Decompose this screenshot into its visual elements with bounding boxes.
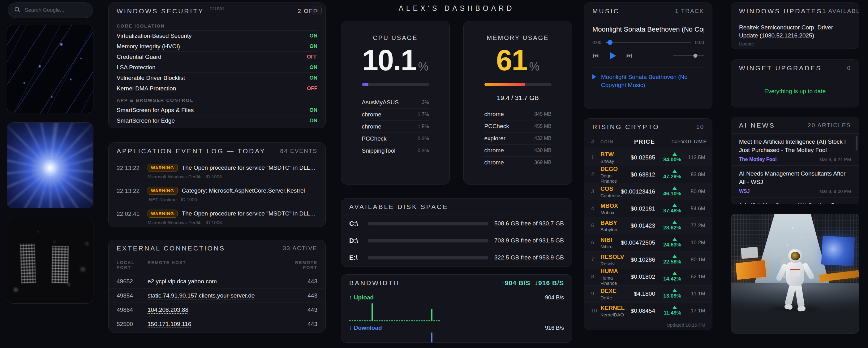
coin-change: 13.09% [663, 293, 681, 299]
remote-port: 443 [289, 278, 317, 285]
coin-symbol: RESOLV [600, 254, 619, 260]
crypto-table-body: 1 BTWBitway $0.02585 84.00% 112.5M 2 DEG… [584, 149, 712, 319]
coin-symbol: COS [600, 185, 619, 192]
seek-slider[interactable] [606, 42, 691, 43]
crypto-row: 10 KERNELKernelDAO $0.08454 11.49% 17.1M [584, 302, 712, 319]
event-count-badge: 84 EVENTS [280, 148, 317, 154]
volume-slider[interactable] [673, 55, 704, 56]
wallpaper-city-bokeh-image [7, 218, 93, 304]
music-panel: MUSIC 1 TRACK Moonlight Sonata Beethoven… [584, 2, 712, 109]
coin-change: 24.63% [663, 242, 681, 248]
security-feature-state: OFF [307, 85, 317, 92]
trend-up-icon [673, 152, 677, 156]
news-article[interactable]: 1 Artificial Intelligence (AI) Stock to … [731, 197, 859, 204]
update-item[interactable]: Realtek Semiconductor Corp. Driver Updat… [731, 19, 859, 49]
current-track-title: Moonlight Sonata Beethoven (No Copyright… [592, 25, 704, 33]
process-name: AsusMyASUS [362, 99, 399, 106]
coin-volume: 80.1M [681, 257, 705, 263]
panel-title: BANDWIDTH [349, 279, 400, 287]
trend-up-icon [673, 255, 677, 258]
cpu-usage-value: 10.1 [362, 46, 416, 75]
billboard-orange [735, 260, 766, 280]
process-value: 369 MB [534, 160, 551, 165]
close-icon[interactable]: x [312, 6, 322, 15]
google-search-bar[interactable] [8, 2, 93, 18]
memory-usage-unit: % [529, 61, 539, 72]
process-row: chrome1.5% [362, 120, 429, 133]
coin-name: Huma Finance [600, 275, 619, 286]
security-row: Memory Integrity (HVCI) ON [117, 41, 317, 51]
coin-price: $0.10286 [619, 256, 655, 263]
city-tower [20, 243, 36, 283]
process-row: explorer432 MB [485, 132, 552, 144]
remote-host-link[interactable]: 104.208.203.88 [148, 307, 188, 313]
security-row: Virtualization-Based Security ON [117, 30, 317, 41]
city-tower [52, 246, 69, 283]
news-article[interactable]: AI Needs Management Consultants After Al… [731, 165, 859, 197]
coin-change: 47.29% [663, 174, 681, 180]
drive-label: E:\ [349, 254, 368, 261]
security-feature-name: LSA Protection [117, 64, 156, 71]
coin-rank: 3 [591, 188, 600, 195]
security-feature-name: Vulnerable Driver Blocklist [117, 75, 185, 81]
upload-value: 904 B/s [545, 294, 564, 301]
warning-badge: WARNING [148, 187, 178, 195]
cpu-usage-meter [362, 83, 429, 86]
search-input[interactable] [24, 7, 94, 13]
seek-thumb[interactable] [608, 40, 613, 45]
previous-track-icon[interactable] [592, 52, 599, 59]
connection-row: 49854 static.74.91.90.157.clients.your-s… [108, 288, 326, 302]
download-row: ↓ Download 916 B/s [341, 321, 572, 343]
coin-name: Nibiru [600, 244, 619, 249]
rising-crypto-panel: RISING CRYPTO 10 # COIN PRICE 24H VOLUME… [584, 118, 712, 330]
security-feature-name: Memory Integrity (HVCI) [117, 43, 180, 50]
security-feature-name: Virtualization-Based Security [117, 32, 192, 39]
remote-host-link[interactable]: e2.ycpi.vip.dca.yahoo.com [148, 278, 217, 285]
trend-up-icon [673, 203, 677, 207]
remote-host-link[interactable]: static.74.91.90.157.clients.your-server.… [148, 292, 255, 299]
drive-label: D:\ [349, 237, 368, 244]
search-icon [14, 6, 21, 14]
process-value: 430 MB [534, 148, 551, 153]
process-name: PCCheck [485, 123, 509, 130]
disk-row: E:\ 322.5 GB free of 953.9 GB [349, 249, 564, 266]
playlist-item[interactable]: Moonlight Sonata Beethoven (No Copyright… [592, 67, 704, 94]
local-port: 52500 [117, 321, 148, 327]
memory-usage-card: MEMORY USAGE 61 % 19.4 / 31.7 GB chrome8… [463, 21, 572, 184]
coin-volume: 11.1M [681, 291, 705, 297]
ai-news-panel: AI NEWS 20 ARTICLES Meet the Artificial … [731, 117, 859, 204]
upload-row: ↑ Upload 904 B/s [341, 291, 572, 321]
upload-sparkline [349, 302, 445, 321]
drive-usage-meter [368, 222, 489, 225]
panel-title: WINGET UPGRADES [739, 64, 822, 72]
coin-change: 84.00% [663, 157, 681, 163]
coin-name: Contentos [600, 193, 619, 198]
coin-volume: 77.2M [681, 223, 705, 229]
coin-symbol: HUMA [600, 268, 619, 274]
process-row: chrome845 MB [485, 108, 552, 120]
page-title: ALEX'S DASHBOARD [341, 4, 572, 13]
event-time: 22:13:22 [117, 187, 142, 202]
news-source: The Motley Fool [739, 157, 777, 162]
move-handle[interactable]: move [210, 5, 224, 12]
coin-volume: 54.6M [681, 206, 705, 212]
next-track-icon[interactable] [626, 52, 632, 59]
play-icon[interactable] [608, 51, 617, 60]
coin-volume: 62.1M [681, 274, 705, 280]
process-name: chrome [362, 111, 381, 118]
security-feature-state: OFF [307, 54, 317, 60]
scrollbar-thumb[interactable] [856, 136, 858, 150]
event-log-entry: 22:13:22 WARNING Category: Microsoft.Asp… [108, 182, 326, 205]
coin-rank: 6 [591, 240, 600, 246]
coin-price: $0.00472505 [619, 239, 655, 246]
event-meta: .NET Runtime · ID 1000 [148, 197, 317, 202]
news-article[interactable]: Meet the Artificial Intelligence (AI) St… [731, 134, 859, 165]
news-timestamp: Mar 8, 9:24 PM [819, 157, 851, 162]
process-row: chrome369 MB [485, 156, 552, 168]
remote-host-link[interactable]: 150.171.109.116 [148, 321, 191, 327]
news-article-title: Meet the Artificial Intelligence (AI) St… [739, 138, 851, 154]
volume-thumb[interactable] [693, 54, 698, 58]
process-name: explorer [485, 135, 506, 142]
process-row: chrome430 MB [485, 144, 552, 156]
coin-name: Resolv [600, 261, 619, 266]
